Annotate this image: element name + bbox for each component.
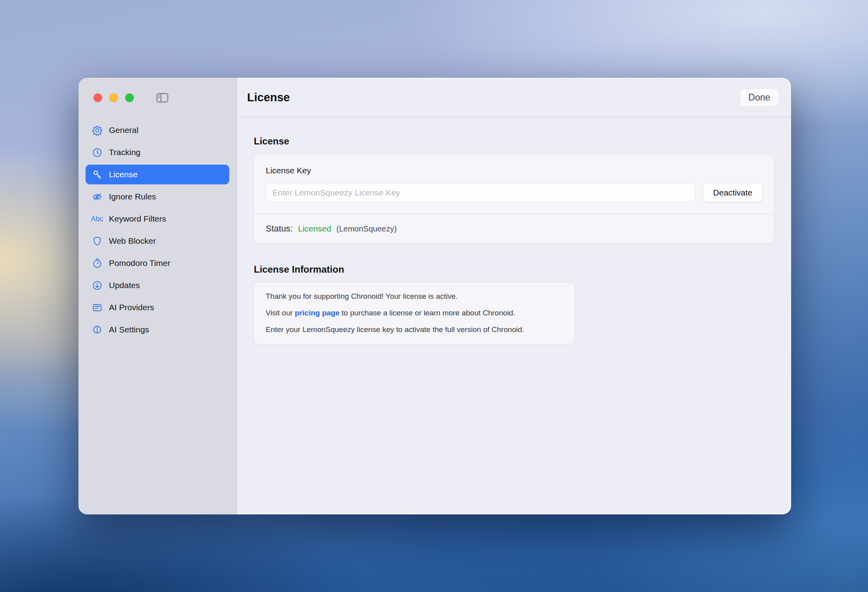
license-key-label: License Key xyxy=(266,165,762,176)
sidebar-item-label: AI Settings xyxy=(109,325,149,334)
settings-window: General Tracking License Ignore Rules xyxy=(78,78,791,514)
sidebar-item-label: Updates xyxy=(109,281,140,290)
timer-icon xyxy=(91,257,103,269)
pricing-page-link[interactable]: pricing page xyxy=(295,309,340,317)
status-provider: (LemonSqueezy) xyxy=(337,224,397,233)
sidebar-item-label: AI Providers xyxy=(109,303,154,312)
info-line-2: Visit our pricing page to purchase a lic… xyxy=(266,305,563,321)
card-divider xyxy=(254,214,774,214)
license-key-card: License Key Deactivate Status: Licensed … xyxy=(253,154,775,244)
status-label: Status: xyxy=(266,224,293,234)
traffic-lights xyxy=(93,93,134,102)
sidebar-item-license[interactable]: License xyxy=(86,165,229,184)
sidebar-item-keyword-filters[interactable]: Abc Keyword Filters xyxy=(86,209,229,229)
license-status-row: Status: Licensed (LemonSqueezy) xyxy=(266,224,762,234)
info-line-2-prefix: Visit our xyxy=(266,309,293,317)
minimize-window-button[interactable] xyxy=(109,93,118,102)
info-line-1: Thank you for supporting Chronoid! Your … xyxy=(266,288,563,305)
sidebar-item-ignore-rules[interactable]: Ignore Rules xyxy=(86,187,229,207)
sidebar-item-label: General xyxy=(109,125,139,135)
clock-icon xyxy=(91,146,103,158)
sidebar-item-label: Ignore Rules xyxy=(109,192,156,201)
sidebar-nav: General Tracking License Ignore Rules xyxy=(86,120,229,340)
shield-icon xyxy=(91,235,103,247)
sidebar-item-ai-settings[interactable]: AI Settings xyxy=(86,320,229,340)
close-window-button[interactable] xyxy=(93,93,102,102)
deactivate-button[interactable]: Deactivate xyxy=(703,184,762,202)
sidebar-item-web-blocker[interactable]: Web Blocker xyxy=(86,231,229,251)
key-icon xyxy=(91,169,103,180)
sidebar-item-label: Web Blocker xyxy=(109,236,156,246)
license-info-heading: License Information xyxy=(254,264,775,275)
info-line-2-suffix: to purchase a license or learn more abou… xyxy=(342,309,515,317)
sidebar-item-general[interactable]: General xyxy=(86,120,229,140)
main-panel: License Done License License Key Deactiv… xyxy=(237,78,791,514)
license-section-heading: License xyxy=(254,136,775,147)
sidebar-item-label: Tracking xyxy=(109,148,141,157)
sidebar-item-ai-providers[interactable]: AI Providers xyxy=(86,298,229,317)
sidebar-item-pomodoro-timer[interactable]: Pomodoro Timer xyxy=(86,253,229,273)
license-info-card: Thank you for supporting Chronoid! Your … xyxy=(253,282,575,345)
brain-icon xyxy=(91,324,103,336)
done-button[interactable]: Done xyxy=(740,89,779,106)
info-line-3: Enter your LemonSqueezy license key to a… xyxy=(266,321,563,338)
sidebar-item-label: Pomodoro Timer xyxy=(109,258,170,268)
zoom-window-button[interactable] xyxy=(125,93,134,102)
arrow-down-circle-icon xyxy=(91,279,103,291)
content-area: License License Key Deactivate Status: L… xyxy=(237,118,791,514)
sidebar-item-updates[interactable]: Updates xyxy=(86,275,229,295)
sidebar-item-label: License xyxy=(109,170,137,179)
rectangle-list-icon xyxy=(91,302,103,313)
gear-icon xyxy=(91,124,103,136)
page-title: License xyxy=(247,91,290,104)
license-key-input[interactable] xyxy=(266,184,695,202)
main-header: License Done xyxy=(237,78,791,118)
sidebar-item-tracking[interactable]: Tracking xyxy=(86,142,229,162)
abc-text-icon: Abc xyxy=(91,213,103,225)
status-value: Licensed xyxy=(298,224,331,233)
sidebar-item-label: Keyword Filters xyxy=(109,214,166,224)
sidebar-toggle-icon[interactable] xyxy=(155,91,169,105)
sidebar: General Tracking License Ignore Rules xyxy=(78,78,237,514)
license-key-row: Deactivate xyxy=(266,184,762,202)
eye-slash-icon xyxy=(91,191,103,203)
